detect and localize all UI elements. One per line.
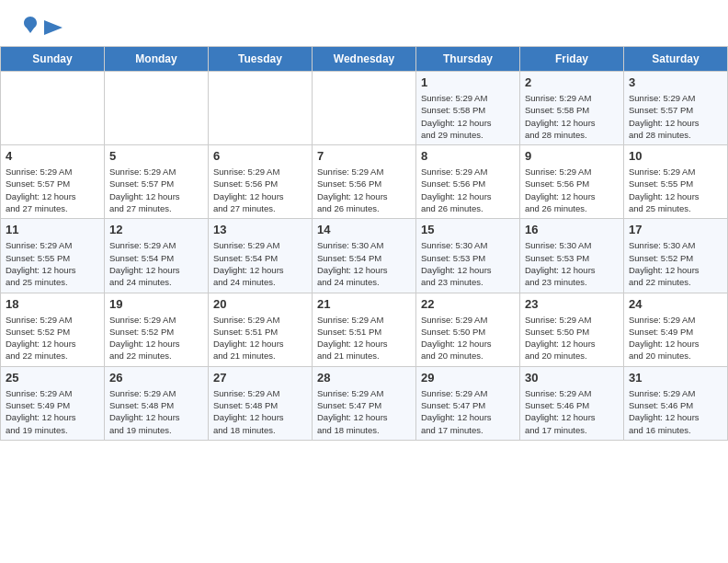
- day-number: 17: [629, 223, 722, 236]
- day-info: Sunrise: 5:29 AM Sunset: 5:49 PM Dayligh…: [6, 387, 99, 436]
- logo-flag-icon: [42, 18, 64, 37]
- calendar-cell: 4Sunrise: 5:29 AM Sunset: 5:57 PM Daylig…: [1, 145, 105, 219]
- day-info: Sunrise: 5:30 AM Sunset: 5:52 PM Dayligh…: [629, 239, 722, 288]
- calendar-cell: 14Sunrise: 5:30 AM Sunset: 5:54 PM Dayli…: [313, 219, 416, 293]
- day-info: Sunrise: 5:29 AM Sunset: 5:56 PM Dayligh…: [317, 166, 411, 214]
- day-number: 22: [421, 297, 515, 311]
- day-number: 10: [629, 149, 722, 163]
- day-info: Sunrise: 5:29 AM Sunset: 5:48 PM Dayligh…: [213, 387, 307, 436]
- day-info: Sunrise: 5:29 AM Sunset: 5:51 PM Dayligh…: [213, 314, 307, 362]
- day-info: Sunrise: 5:29 AM Sunset: 5:46 PM Dayligh…: [629, 387, 722, 436]
- day-number: 8: [421, 149, 515, 163]
- day-number: 1: [421, 75, 515, 89]
- day-number: 23: [525, 297, 619, 311]
- day-number: 18: [6, 297, 99, 311]
- day-number: 12: [109, 223, 203, 236]
- day-number: 9: [525, 149, 619, 163]
- calendar-cell: [209, 72, 313, 145]
- day-number: 29: [421, 371, 515, 385]
- day-number: 4: [6, 149, 99, 163]
- calendar-cell: 9Sunrise: 5:29 AM Sunset: 5:56 PM Daylig…: [520, 145, 624, 219]
- day-info: Sunrise: 5:29 AM Sunset: 5:49 PM Dayligh…: [629, 314, 722, 362]
- calendar-week-3: 11Sunrise: 5:29 AM Sunset: 5:55 PM Dayli…: [1, 219, 728, 293]
- day-number: 21: [317, 297, 411, 311]
- day-info: Sunrise: 5:29 AM Sunset: 5:55 PM Dayligh…: [629, 166, 722, 214]
- calendar-cell: 29Sunrise: 5:29 AM Sunset: 5:47 PM Dayli…: [416, 366, 520, 440]
- day-number: 3: [629, 75, 722, 89]
- day-info: Sunrise: 5:30 AM Sunset: 5:53 PM Dayligh…: [525, 239, 619, 288]
- day-info: Sunrise: 5:29 AM Sunset: 5:46 PM Dayligh…: [525, 387, 619, 436]
- calendar-cell: 25Sunrise: 5:29 AM Sunset: 5:49 PM Dayli…: [1, 366, 105, 440]
- weekday-header-saturday: Saturday: [624, 47, 728, 72]
- calendar-cell: 16Sunrise: 5:30 AM Sunset: 5:53 PM Dayli…: [520, 219, 624, 293]
- calendar-cell: 11Sunrise: 5:29 AM Sunset: 5:55 PM Dayli…: [1, 219, 105, 293]
- calendar-cell: 28Sunrise: 5:29 AM Sunset: 5:47 PM Dayli…: [313, 366, 416, 440]
- day-info: Sunrise: 5:29 AM Sunset: 5:57 PM Dayligh…: [6, 166, 99, 214]
- calendar-week-5: 25Sunrise: 5:29 AM Sunset: 5:49 PM Dayli…: [1, 366, 728, 440]
- day-info: Sunrise: 5:29 AM Sunset: 5:54 PM Dayligh…: [109, 239, 203, 288]
- day-number: 5: [109, 149, 203, 163]
- day-number: 31: [629, 371, 722, 385]
- weekday-header-thursday: Thursday: [416, 47, 520, 72]
- day-info: Sunrise: 5:29 AM Sunset: 5:58 PM Dayligh…: [421, 92, 515, 141]
- day-number: 28: [317, 371, 411, 385]
- calendar-cell: 6Sunrise: 5:29 AM Sunset: 5:56 PM Daylig…: [209, 145, 313, 219]
- day-number: 30: [525, 371, 619, 385]
- calendar-cell: 21Sunrise: 5:29 AM Sunset: 5:51 PM Dayli…: [313, 293, 416, 366]
- day-number: 11: [6, 223, 99, 236]
- day-number: 7: [317, 149, 411, 163]
- calendar-table: SundayMondayTuesdayWednesdayThursdayFrid…: [0, 46, 728, 441]
- day-number: 14: [317, 223, 411, 236]
- calendar-cell: 30Sunrise: 5:29 AM Sunset: 5:46 PM Dayli…: [520, 366, 624, 440]
- day-info: Sunrise: 5:29 AM Sunset: 5:50 PM Dayligh…: [421, 314, 515, 362]
- weekday-header-friday: Friday: [520, 47, 624, 72]
- day-info: Sunrise: 5:29 AM Sunset: 5:57 PM Dayligh…: [629, 92, 722, 141]
- day-number: 20: [213, 297, 307, 311]
- calendar-cell: 31Sunrise: 5:29 AM Sunset: 5:46 PM Dayli…: [624, 366, 728, 440]
- calendar-week-2: 4Sunrise: 5:29 AM Sunset: 5:57 PM Daylig…: [1, 145, 728, 219]
- calendar-cell: 18Sunrise: 5:29 AM Sunset: 5:52 PM Dayli…: [1, 293, 105, 366]
- calendar-cell: 22Sunrise: 5:29 AM Sunset: 5:50 PM Dayli…: [416, 293, 520, 366]
- svg-marker-0: [44, 20, 63, 35]
- day-number: 24: [629, 297, 722, 311]
- calendar-cell: 20Sunrise: 5:29 AM Sunset: 5:51 PM Dayli…: [209, 293, 313, 366]
- day-number: 6: [213, 149, 307, 163]
- day-info: Sunrise: 5:29 AM Sunset: 5:58 PM Dayligh…: [525, 92, 619, 141]
- day-info: Sunrise: 5:29 AM Sunset: 5:50 PM Dayligh…: [525, 314, 619, 362]
- calendar-cell: [105, 72, 209, 145]
- day-info: Sunrise: 5:30 AM Sunset: 5:54 PM Dayligh…: [317, 239, 411, 288]
- calendar-cell: 17Sunrise: 5:30 AM Sunset: 5:52 PM Dayli…: [624, 219, 728, 293]
- day-number: 19: [109, 297, 203, 311]
- day-number: 13: [213, 223, 307, 236]
- day-info: Sunrise: 5:30 AM Sunset: 5:53 PM Dayligh…: [421, 239, 515, 288]
- calendar-cell: 3Sunrise: 5:29 AM Sunset: 5:57 PM Daylig…: [624, 72, 728, 145]
- day-info: Sunrise: 5:29 AM Sunset: 5:57 PM Dayligh…: [109, 166, 203, 214]
- calendar-cell: 2Sunrise: 5:29 AM Sunset: 5:58 PM Daylig…: [520, 72, 624, 145]
- page-container: SundayMondayTuesdayWednesdayThursdayFrid…: [0, 0, 728, 441]
- weekday-header-monday: Monday: [105, 47, 209, 72]
- day-number: 25: [6, 371, 99, 385]
- calendar-cell: [313, 72, 416, 145]
- day-number: 2: [525, 75, 619, 89]
- calendar-cell: 24Sunrise: 5:29 AM Sunset: 5:49 PM Dayli…: [624, 293, 728, 366]
- logo-icon: [20, 15, 40, 35]
- calendar-cell: 27Sunrise: 5:29 AM Sunset: 5:48 PM Dayli…: [209, 366, 313, 440]
- day-info: Sunrise: 5:29 AM Sunset: 5:55 PM Dayligh…: [6, 239, 99, 288]
- calendar-cell: 10Sunrise: 5:29 AM Sunset: 5:55 PM Dayli…: [624, 145, 728, 219]
- calendar-cell: 23Sunrise: 5:29 AM Sunset: 5:50 PM Dayli…: [520, 293, 624, 366]
- weekday-header-tuesday: Tuesday: [209, 47, 313, 72]
- calendar-cell: 19Sunrise: 5:29 AM Sunset: 5:52 PM Dayli…: [105, 293, 209, 366]
- day-info: Sunrise: 5:29 AM Sunset: 5:56 PM Dayligh…: [213, 166, 307, 214]
- day-info: Sunrise: 5:29 AM Sunset: 5:51 PM Dayligh…: [317, 314, 411, 362]
- day-info: Sunrise: 5:29 AM Sunset: 5:47 PM Dayligh…: [317, 387, 411, 436]
- calendar-cell: 13Sunrise: 5:29 AM Sunset: 5:54 PM Dayli…: [209, 219, 313, 293]
- day-info: Sunrise: 5:29 AM Sunset: 5:56 PM Dayligh…: [421, 166, 515, 214]
- calendar-cell: 15Sunrise: 5:30 AM Sunset: 5:53 PM Dayli…: [416, 219, 520, 293]
- calendar-cell: 5Sunrise: 5:29 AM Sunset: 5:57 PM Daylig…: [105, 145, 209, 219]
- day-info: Sunrise: 5:29 AM Sunset: 5:47 PM Dayligh…: [421, 387, 515, 436]
- weekday-header-sunday: Sunday: [1, 47, 105, 72]
- day-number: 15: [421, 223, 515, 236]
- calendar-cell: 8Sunrise: 5:29 AM Sunset: 5:56 PM Daylig…: [416, 145, 520, 219]
- day-info: Sunrise: 5:29 AM Sunset: 5:52 PM Dayligh…: [6, 314, 99, 362]
- calendar-cell: 1Sunrise: 5:29 AM Sunset: 5:58 PM Daylig…: [416, 72, 520, 145]
